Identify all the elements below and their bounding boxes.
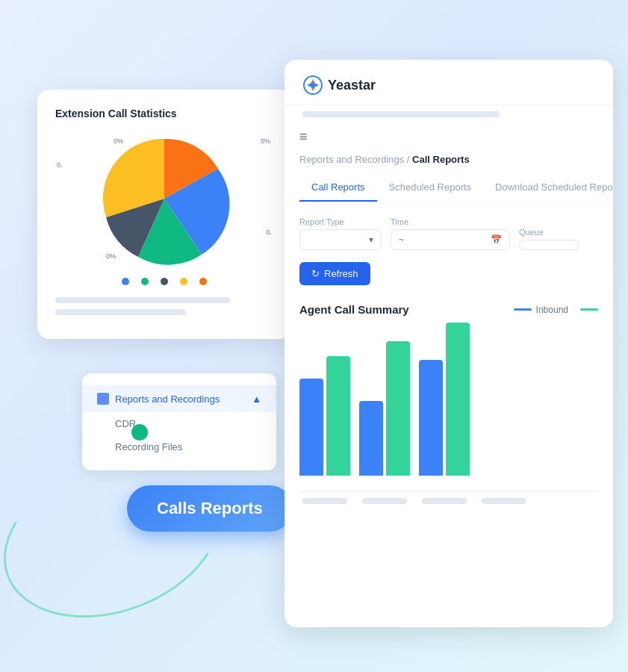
sidebar-panel: Reports and Recordings ▲ CDR Recording F… — [82, 373, 276, 470]
breadcrumb-parent: Reports and Recordings — [299, 154, 404, 165]
outbound-legend-line — [580, 308, 598, 311]
green-dot-decoration — [131, 424, 148, 441]
pie-pct-left: 0. — [57, 161, 63, 169]
tab-download-scheduled[interactable]: Download Scheduled Reports — [483, 174, 613, 202]
tab-scheduled-reports[interactable]: Scheduled Reports — [377, 174, 484, 202]
x-label-4 — [479, 498, 529, 504]
queue-label: Queue — [519, 228, 579, 237]
sidebar-active-item[interactable]: Reports and Recordings ▲ — [82, 385, 276, 412]
bar-3-inbound — [419, 360, 443, 476]
chart-legend: Inbound — [514, 305, 598, 315]
sidebar-active-label: Reports and Recordings — [115, 393, 220, 405]
legend-gray-dot — [161, 278, 168, 285]
bar-2-outbound — [386, 341, 410, 476]
chart-section: Agent Call Summary Inbound — [299, 303, 598, 504]
chevron-down-icon: ▾ — [369, 234, 373, 245]
legend-teal-dot — [141, 278, 149, 285]
yeastar-header: Yeastar — [285, 60, 613, 105]
report-type-filter-group: Report Type ▾ — [299, 217, 382, 250]
extension-stats-card: Extension Call Statistics 0% 0% 0. 0. 0% — [37, 90, 291, 339]
pie-pct-right: 0. — [266, 228, 272, 236]
chart-header: Agent Call Summary Inbound — [299, 303, 598, 316]
breadcrumb-separator: / — [407, 154, 412, 165]
skeleton-line-1 — [55, 297, 230, 303]
queue-select[interactable] — [519, 240, 579, 250]
sidebar-item-cdr[interactable]: CDR — [82, 412, 276, 435]
yeastar-brand-name: Yeastar — [328, 78, 376, 93]
legend-outbound — [580, 308, 598, 311]
tab-call-reports[interactable]: Call Reports — [299, 174, 377, 202]
bar-2-inbound — [359, 401, 383, 476]
pie-legend — [55, 278, 273, 285]
legend-yellow-dot — [180, 278, 187, 285]
bar-1-inbound — [299, 379, 323, 476]
pie-chart — [97, 131, 231, 266]
bar-1-outbound — [326, 356, 350, 476]
sidebar-item-recording-files[interactable]: Recording Files — [82, 435, 276, 458]
legend-orange-dot — [199, 278, 207, 285]
breadcrumb-current: Call Reports — [412, 154, 470, 165]
sidebar-active-left: Reports and Recordings — [97, 393, 220, 405]
hamburger-menu[interactable]: ≡ — [299, 129, 598, 145]
main-panel: Yeastar ≡ Reports and Recordings / Call … — [285, 60, 613, 627]
skeleton-line-2 — [55, 309, 186, 315]
chevron-icon: ▲ — [252, 393, 261, 405]
pie-pct-top: 0% — [114, 137, 123, 145]
reports-icon — [97, 393, 109, 405]
refresh-icon: ↻ — [311, 268, 320, 279]
header-skeleton — [302, 111, 500, 117]
x-label-bar-4 — [482, 498, 526, 504]
pie-pct-bottom: 0% — [106, 252, 116, 260]
refresh-button[interactable]: ↻ Refresh — [299, 262, 370, 285]
breadcrumb: Reports and Recordings / Call Reports — [299, 154, 598, 165]
calendar-icon: 📅 — [491, 234, 502, 245]
chart-title: Agent Call Summary — [299, 303, 409, 316]
bar-group-3 — [419, 323, 470, 476]
bar-chart — [299, 328, 598, 492]
legend-blue-dot — [122, 278, 129, 285]
time-filter-group: Time ~ 📅 — [391, 217, 510, 250]
tab-bar: Call Reports Scheduled Reports Download … — [299, 174, 598, 202]
x-label-bar-3 — [422, 498, 467, 504]
queue-filter-group: Queue — [519, 228, 579, 250]
x-label-1 — [299, 498, 350, 504]
bar-group-2 — [359, 341, 410, 476]
cta-calls-reports-button[interactable]: Calls Reports — [127, 485, 293, 532]
time-label: Time — [391, 217, 510, 226]
pie-pct-topright: 0% — [261, 137, 270, 145]
x-label-bar-1 — [302, 498, 347, 504]
filter-row: Report Type ▾ Time ~ 📅 Queue — [299, 217, 598, 250]
chart-x-labels — [299, 498, 598, 504]
refresh-label: Refresh — [324, 268, 358, 279]
inbound-legend-line — [514, 308, 532, 311]
report-type-label: Report Type — [299, 217, 382, 226]
legend-inbound: Inbound — [514, 305, 568, 315]
date-range-value: ~ — [399, 234, 404, 245]
x-label-bar-2 — [362, 498, 407, 504]
panel-content: Report Type ▾ Time ~ 📅 Queue — [285, 202, 613, 519]
bar-3-outbound — [446, 323, 470, 476]
x-label-3 — [419, 498, 470, 504]
panel-header: ≡ Reports and Recordings / Call Reports … — [285, 117, 613, 202]
pie-chart-container: 0% 0% 0. 0. 0% — [55, 131, 273, 266]
x-label-2 — [359, 498, 410, 504]
extension-stats-title: Extension Call Statistics — [55, 108, 273, 119]
bar-group-1 — [299, 356, 350, 476]
report-type-select[interactable]: ▾ — [299, 229, 382, 250]
time-date-picker[interactable]: ~ 📅 — [391, 229, 510, 250]
yeastar-logo-icon — [302, 75, 323, 96]
inbound-label: Inbound — [536, 305, 568, 315]
